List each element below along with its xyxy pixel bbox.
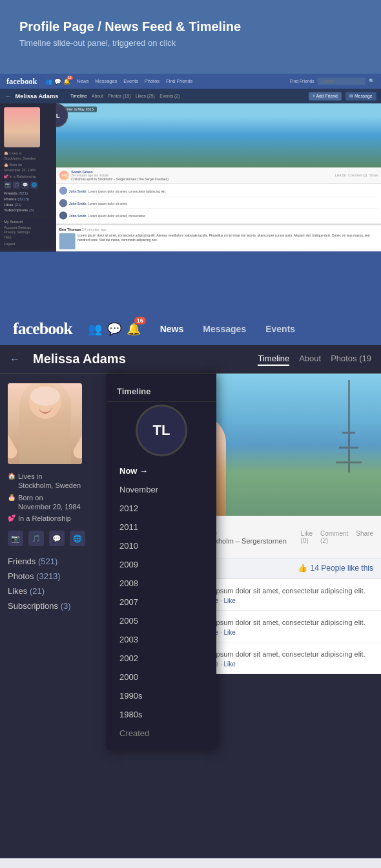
timeline-year-1980s[interactable]: 1980s	[107, 705, 216, 724]
mini-stat-likes[interactable]: Likes (21)	[4, 202, 52, 207]
nav-link-messages[interactable]: Messages	[203, 324, 246, 334]
nav-icon-friends[interactable]: 👥	[88, 322, 102, 336]
mini-tab-events[interactable]: Events (2)	[160, 94, 180, 98]
timeline-year-2002[interactable]: 2002	[107, 649, 216, 668]
mini-tab-timeline[interactable]: Timeline	[70, 94, 87, 98]
profile-name: Melissa Adams	[33, 352, 126, 366]
mini-info-born: 🎂 Born onNovember 22, 1984	[4, 162, 52, 173]
profile-avatar	[8, 383, 82, 464]
profile-tabs: Timeline About Photos (19	[258, 352, 371, 366]
timeline-year-2007[interactable]: 2007	[107, 593, 216, 611]
mini-find-friends-btn[interactable]: Find Friends	[290, 79, 314, 83]
mini-tab-about[interactable]: About	[92, 94, 103, 98]
tab-photos[interactable]: Photos (19	[331, 352, 371, 366]
mini-comment-3: John Smith Lorem ipsum dolor sit amet, c…	[59, 210, 378, 220]
nav-link-events[interactable]: Events	[265, 324, 295, 334]
mini-search-icon[interactable]: 🔍	[369, 78, 375, 84]
mini-nav-messages[interactable]: Messages	[95, 78, 117, 84]
mini-account-settings[interactable]: Account Settings	[4, 226, 52, 229]
timeline-year-2005[interactable]: 2005	[107, 611, 216, 630]
fb-nav-links: News Messages Events	[160, 324, 295, 334]
social-icon-chat[interactable]: 💬	[49, 531, 65, 546]
mini-nav-photos[interactable]: Photos	[145, 78, 160, 84]
comment-like-3[interactable]: Like	[224, 661, 236, 668]
notification-badge: 16	[134, 317, 146, 324]
mini-social-icon-3[interactable]: 💬	[21, 182, 28, 189]
large-section: facebook 👥 💬 🔔 16 News Messages Events ←…	[0, 313, 381, 858]
mini-tab-likes[interactable]: Likes (25)	[136, 94, 155, 98]
mini-stat-photos[interactable]: Photos (3213)	[4, 196, 52, 201]
tab-about[interactable]: About	[299, 352, 321, 366]
social-icon-photo[interactable]: 📷	[8, 531, 23, 546]
stat-subscriptions[interactable]: Subscriptions (3)	[8, 601, 102, 611]
like-count-btn[interactable]: 👍 14 People like this	[298, 564, 373, 573]
nav-icon-notifications[interactable]: 🔔 16	[127, 322, 141, 336]
timeline-year-2011[interactable]: 2011	[107, 518, 216, 536]
social-icon-music[interactable]: 🎵	[28, 531, 44, 546]
sarah-comment-action[interactable]: Comment (2)	[320, 530, 348, 544]
info-lives: 🏠 Lives inStockholm, Sweden	[8, 472, 102, 491]
stat-photos[interactable]: Photos (3213)	[8, 571, 102, 581]
mini-nav-badge: 16	[67, 76, 72, 80]
content-area: 🏠 Lives inStockholm, Sweden 🎂 Born onNov…	[0, 374, 381, 858]
mini-profile-name: Melissa Adams	[15, 92, 59, 100]
info-born: 🎂 Born onNovember 20, 1984	[8, 493, 102, 512]
timeline-year-1990s[interactable]: 1990s	[107, 686, 216, 705]
mini-message-btn[interactable]: ✉ Message	[345, 92, 376, 100]
profile-header-bar: ← Melissa Adams Timeline About Photos (1…	[0, 345, 381, 374]
mini-navbar: facebook 👥 💬 🔔 16 News Messages Events P…	[0, 74, 381, 89]
mini-share-btn[interactable]: Share	[369, 174, 378, 178]
sidebar-stats: Friends (521) Photos (3213) Likes (21) S…	[8, 556, 102, 611]
stat-likes[interactable]: Likes (21)	[8, 586, 102, 596]
mini-help[interactable]: Help	[4, 235, 52, 239]
mini-content: 🏠 Lives inStockholm, Sweden 🎂 Born onNov…	[0, 103, 381, 251]
mini-preview-container: facebook 👥 💬 🔔 16 News Messages Events P…	[0, 74, 381, 300]
timeline-year-2012[interactable]: 2012	[107, 499, 216, 518]
mini-tab-photos[interactable]: Photos (19)	[108, 94, 130, 98]
comment-like-2[interactable]: Like	[224, 629, 236, 636]
subscriptions-count: (3)	[61, 601, 71, 611]
timeline-year-2009[interactable]: 2009	[107, 555, 216, 574]
mini-social-icon-1[interactable]: 📷	[4, 182, 11, 189]
mini-comment-avatar-1	[59, 187, 67, 195]
tab-timeline[interactable]: Timeline	[258, 352, 289, 366]
mini-stat-friends[interactable]: Friends (521)	[4, 191, 52, 196]
lives-text: Lives inStockholm, Sweden	[18, 472, 81, 491]
comment-like-1[interactable]: Like	[224, 597, 236, 604]
mini-ben-avatar	[59, 233, 76, 249]
mini-comment-btn[interactable]: Comment (2)	[348, 174, 367, 178]
mini-comment-1: John Smith Lorem ipsum dolor sit amet, c…	[59, 185, 378, 196]
mini-social-icon-2[interactable]: 🎵	[13, 182, 20, 189]
social-icon-web[interactable]: 🌐	[70, 531, 85, 546]
mini-stat-subscriptions[interactable]: Subscriptions (3)	[4, 208, 52, 213]
nav-link-news[interactable]: News	[160, 324, 184, 334]
sarah-like-action[interactable]: Like (0)	[301, 530, 313, 544]
mini-nav-events[interactable]: Events	[123, 78, 138, 84]
sarah-share-action[interactable]: Share	[356, 530, 373, 544]
birthday-icon: 🎂	[8, 494, 15, 501]
timeline-year-november[interactable]: November	[107, 480, 216, 499]
stat-friends[interactable]: Friends (521)	[8, 556, 102, 566]
mini-nav-news[interactable]: News	[77, 78, 89, 84]
description-section: Profile Page / News Feed & Timeline Time…	[0, 0, 381, 74]
timeline-year-2008[interactable]: 2008	[107, 574, 216, 593]
profile-back-button[interactable]: ←	[10, 354, 20, 365]
mini-back-btn[interactable]: ←	[5, 92, 11, 100]
mini-search-input[interactable]	[318, 78, 366, 85]
timeline-year-2010[interactable]: 2010	[107, 536, 216, 555]
mini-logout[interactable]: Logout	[4, 242, 52, 246]
mini-social-icon-4[interactable]: 🌐	[30, 182, 37, 189]
nav-icon-messages[interactable]: 💬	[107, 322, 121, 336]
mini-add-friend-btn[interactable]: + Add Friend	[309, 92, 342, 100]
friends-count: (521)	[38, 556, 57, 566]
mini-comment-author-3: John Smith	[69, 215, 87, 218]
mini-icon-notifications: 🔔 16	[63, 78, 70, 85]
timeline-year-created[interactable]: Created	[107, 724, 216, 743]
section-divider	[0, 300, 381, 313]
mini-privacy-settings[interactable]: Privacy Settings	[4, 230, 52, 234]
mini-like-btn[interactable]: Like (0)	[335, 174, 346, 178]
timeline-year-2000[interactable]: 2000	[107, 668, 216, 686]
mini-nav-friends[interactable]: Find Friends	[166, 78, 192, 84]
timeline-year-now[interactable]: Now →	[107, 461, 216, 480]
timeline-year-2003[interactable]: 2003	[107, 630, 216, 649]
